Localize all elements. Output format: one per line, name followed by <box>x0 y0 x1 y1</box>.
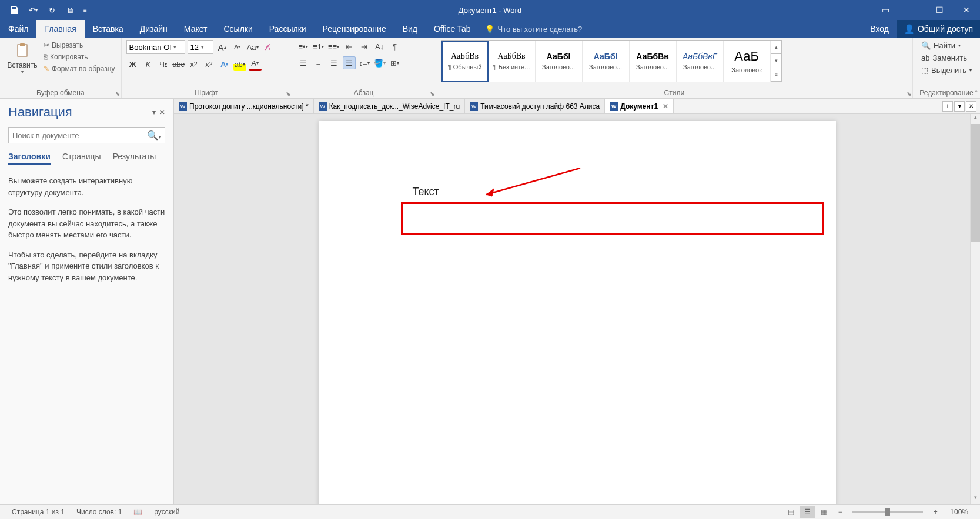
format-painter-button[interactable]: ✎Формат по образцу <box>42 63 116 74</box>
line-spacing-button[interactable]: ↕≡▾ <box>358 56 371 69</box>
zoom-slider[interactable] <box>852 511 923 513</box>
menu-layout[interactable]: Макет <box>176 20 216 38</box>
document-tab[interactable]: WДокумент1✕ <box>605 99 674 113</box>
sort-button[interactable]: A↓ <box>373 40 386 53</box>
nav-menu-button[interactable]: ▾ <box>152 108 156 116</box>
find-button[interactable]: 🔍Найти▾ <box>920 40 973 51</box>
qat-customize[interactable]: ≡ <box>81 2 89 18</box>
underline-button[interactable]: Ч▾ <box>157 58 170 71</box>
ribbon-display-options[interactable]: ▭ <box>872 0 899 20</box>
collapse-ribbon-button[interactable]: ^ <box>975 89 978 96</box>
shrink-font-button[interactable]: A▾ <box>231 41 244 53</box>
redo-button[interactable]: ↻ <box>44 2 60 18</box>
zoom-level[interactable]: 100% <box>944 508 974 516</box>
bold-button[interactable]: Ж <box>126 58 139 71</box>
show-marks-button[interactable]: ¶ <box>389 40 402 53</box>
close-button[interactable]: ✕ <box>953 0 980 20</box>
view-print-button[interactable]: ☰ <box>800 506 815 518</box>
nav-search-input[interactable] <box>12 131 147 140</box>
font-color-button[interactable]: A▾ <box>249 58 262 71</box>
font-launcher[interactable]: ⬊ <box>286 91 290 97</box>
page[interactable]: Текст <box>319 121 836 504</box>
save-button[interactable] <box>6 2 22 18</box>
align-right-button[interactable]: ☰ <box>327 56 340 69</box>
style-item[interactable]: АаБбІЗаголово... <box>536 41 583 82</box>
nav-tab-headings[interactable]: Заголовки <box>8 152 51 165</box>
align-center-button[interactable]: ≡ <box>312 56 325 69</box>
paragraph-launcher[interactable]: ⬊ <box>430 91 434 97</box>
share-button[interactable]: 👤 Общий доступ <box>897 20 980 38</box>
status-spellcheck[interactable]: 📖 <box>128 508 148 516</box>
nav-close-button[interactable]: ✕ <box>159 108 165 116</box>
strike-button[interactable]: abc <box>172 58 185 71</box>
style-item[interactable]: АаБбВв¶ Обычный <box>441 41 489 82</box>
clipboard-launcher[interactable]: ⬊ <box>115 91 120 97</box>
status-page[interactable]: Страница 1 из 1 <box>6 508 71 516</box>
view-web-button[interactable]: ▦ <box>816 506 831 518</box>
numbering-button[interactable]: ≡1▾ <box>312 40 325 53</box>
styles-launcher[interactable]: ⬊ <box>907 91 911 97</box>
grow-font-button[interactable]: A▴ <box>216 41 229 53</box>
menu-home[interactable]: Главная <box>36 20 84 38</box>
style-item[interactable]: АаБбВвЗаголово... <box>630 41 677 82</box>
subscript-button[interactable]: x2 <box>188 58 200 71</box>
multilevel-button[interactable]: ≡≡▾ <box>327 40 340 53</box>
document-area[interactable]: Текст ▴ ▾ <box>174 114 980 504</box>
align-left-button[interactable]: ☰ <box>297 56 310 69</box>
style-item[interactable]: АаБЗаголовок <box>724 41 771 82</box>
menu-design[interactable]: Дизайн <box>132 20 176 38</box>
text-effects-button[interactable]: A▾ <box>218 58 231 71</box>
gallery-more[interactable]: ≡ <box>771 68 781 82</box>
highlight-button[interactable]: ab▾ <box>233 58 246 71</box>
tell-me-search[interactable]: 💡 Что вы хотите сделать? <box>479 25 588 34</box>
status-words[interactable]: Число слов: 1 <box>71 508 128 516</box>
font-size-combo[interactable]: 12▾ <box>188 40 213 54</box>
gallery-up[interactable]: ▴ <box>771 41 781 54</box>
tab-list-button[interactable]: ▾ <box>954 101 965 112</box>
increase-indent-button[interactable]: ⇥ <box>358 40 371 53</box>
replace-button[interactable]: abЗаменить <box>920 52 973 63</box>
nav-tab-results[interactable]: Результаты <box>113 152 156 165</box>
document-tab[interactable]: WКак_подписать_док..._WiseAdvice_IT_ru <box>314 99 466 113</box>
zoom-in-button[interactable]: + <box>928 506 943 518</box>
close-icon[interactable]: ✕ <box>663 102 668 111</box>
menu-file[interactable]: Файл <box>0 20 36 38</box>
copy-button[interactable]: ⎘Копировать <box>42 52 116 62</box>
print-preview-button[interactable]: 🗎 <box>62 2 79 18</box>
cut-button[interactable]: ✂Вырезать <box>42 40 116 51</box>
menu-office-tab[interactable]: Office Tab <box>426 20 479 38</box>
menu-references[interactable]: Ссылки <box>215 20 260 38</box>
bullets-button[interactable]: ≡•▾ <box>297 40 310 53</box>
new-tab-button[interactable]: + <box>942 101 953 112</box>
superscript-button[interactable]: x2 <box>203 58 216 71</box>
justify-button[interactable]: ☰ <box>343 56 356 69</box>
select-button[interactable]: ⬚Выделить▾ <box>920 65 973 76</box>
minimize-button[interactable]: — <box>899 0 926 20</box>
borders-button[interactable]: ⊞▾ <box>389 56 402 69</box>
zoom-out-button[interactable]: − <box>832 506 848 518</box>
close-tab-button[interactable]: ✕ <box>966 101 976 112</box>
menu-insert[interactable]: Вставка <box>85 20 132 38</box>
italic-button[interactable]: К <box>142 58 155 71</box>
gallery-down[interactable]: ▾ <box>771 54 781 68</box>
shading-button[interactable]: 🪣▾ <box>373 56 386 69</box>
style-item[interactable]: АаБбІЗаголово... <box>583 41 630 82</box>
menu-view[interactable]: Вид <box>394 20 426 38</box>
maximize-button[interactable]: ☐ <box>926 0 953 20</box>
change-case-button[interactable]: Aa▾ <box>246 41 259 53</box>
view-read-button[interactable]: ▤ <box>783 506 798 518</box>
font-name-combo[interactable]: Bookman Ol▾ <box>126 40 185 54</box>
style-item[interactable]: АаБбВв¶ Без инте... <box>489 41 536 82</box>
search-icon[interactable]: 🔍▾ <box>147 130 161 141</box>
vertical-scrollbar[interactable]: ▴ ▾ <box>970 114 980 504</box>
document-tab[interactable]: WПротокол допиту ...кциональности] * <box>174 99 314 113</box>
signin-button[interactable]: Вход <box>862 20 897 38</box>
clear-format-button[interactable]: A̸ <box>262 41 275 53</box>
decrease-indent-button[interactable]: ⇤ <box>343 40 356 53</box>
nav-search[interactable]: 🔍▾ <box>8 127 165 143</box>
nav-tab-pages[interactable]: Страницы <box>62 152 101 165</box>
menu-review[interactable]: Рецензирование <box>315 20 394 38</box>
document-tab[interactable]: WТимчасовий доступ лайф 663 Алиса <box>465 99 605 113</box>
style-item[interactable]: АаБбВвГЗаголово... <box>677 41 724 82</box>
status-language[interactable]: русский <box>148 508 185 516</box>
